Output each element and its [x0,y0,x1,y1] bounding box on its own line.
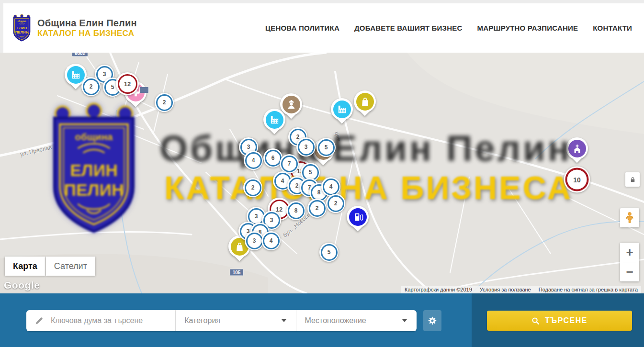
cluster-ring: 3 [298,139,315,156]
cluster-marker[interactable]: 4 [261,231,281,250]
cluster-count: 7 [288,160,291,167]
cluster-ring: 2 [245,179,261,196]
map-attribution: Картографски данни ©2019 Условия за полз… [401,286,641,293]
cluster-marker[interactable]: 2 [326,194,345,213]
cluster-count: 3 [255,213,258,220]
nav-item-pricing[interactable]: ЦЕНОВА ПОЛИТИКА [265,24,339,32]
site-logo[interactable]: община ЕЛИН ПЕЛИН Община Елин Пелин КАТА… [11,14,137,42]
cluster-marker[interactable]: 5 [316,138,336,157]
location-select-value: Местоположение [305,316,366,325]
map-type-map-button[interactable]: Карта [5,257,45,276]
svg-text:ЕЛИН: ЕЛИН [17,26,27,30]
svg-text:община: община [17,20,26,22]
cluster-count: 3 [103,71,106,78]
cluster-count: 5 [328,249,331,256]
street-view-pegman-button[interactable] [620,208,639,227]
cluster-marker[interactable]: 2 [243,178,262,197]
cluster-marker[interactable]: 3 [296,137,316,157]
site-title: Община Елин Пелин [37,18,137,29]
keyword-field[interactable] [26,310,175,331]
search-fields-group: Категория Местоположение [26,310,417,331]
cluster-marker[interactable]: 3 [245,231,264,250]
cluster-count: 3 [253,237,256,244]
cluster-count: 2 [296,134,300,140]
pencil-icon [34,316,44,325]
terms-link[interactable]: Условия за ползване [480,287,531,292]
map-type-satellite-button[interactable]: Сателит [46,257,95,276]
cluster-marker[interactable]: 2 [307,199,327,218]
search-button-label: ТЪРСЕНЕ [545,316,588,325]
cluster-ring: 12 [118,74,137,94]
google-logo[interactable]: Google [4,280,40,291]
cluster-marker[interactable]: 8 [286,201,305,220]
cluster-count: 3 [305,144,308,150]
site-subtitle: КАТАЛОГ НА БИЗНЕСА [37,29,137,38]
cluster-marker[interactable]: 2 [81,77,101,96]
nav-item-bus-schedule[interactable]: МАРШРУТНО РАЗПИСАНИЕ [477,24,578,32]
map-clusters-layer: 3251222353467542784221282333834510 [0,53,644,293]
cluster-ring: 4 [245,152,262,169]
header: община ЕЛИН ПЕЛИН Община Елин Пелин КАТА… [3,3,644,53]
lock-icon [629,176,636,183]
search-icon [531,317,540,325]
report-error-link[interactable]: Подаване на сигнал за грешка в картата [539,287,638,292]
pegman-icon [623,212,636,224]
gear-icon [428,316,437,325]
cluster-ring: 4 [323,179,339,195]
search-bar-section: Категория Местоположение ТЪРСЕНЕ [0,293,644,347]
cluster-ring: 6 [265,150,282,167]
cluster-ring: 2 [83,78,100,95]
cluster-ring: 8 [288,202,305,219]
cluster-count: 3 [247,144,250,150]
cluster-marker[interactable]: 5 [319,243,339,262]
cluster-count: 12 [124,80,131,88]
cluster-count: 5 [111,84,114,90]
cluster-count: 8 [294,207,298,214]
cluster-marker[interactable]: 2 [155,93,174,112]
cluster-marker[interactable]: 12 [116,72,139,95]
map-type-control: Карта Сателит [5,257,95,276]
cluster-ring: 2 [328,195,344,212]
cluster-marker[interactable]: 4 [321,177,340,196]
cluster-marker[interactable]: 4 [244,151,263,170]
cluster-marker[interactable]: 7 [280,154,299,173]
lock-button[interactable] [625,172,640,187]
nav-item-add-business[interactable]: ДОБАВЕТЕ ВАШИЯТ БИЗНЕС [354,24,462,32]
cluster-count: 3 [270,217,273,224]
cluster-count: 4 [270,237,273,244]
category-select-value: Категория [184,316,220,325]
chevron-down-icon [282,319,286,322]
location-select[interactable]: Местоположение [296,310,417,331]
cluster-ring: 5 [318,139,335,156]
advanced-search-button[interactable] [423,310,441,331]
cluster-ring: 4 [263,233,280,249]
cluster-count: 2 [90,83,93,90]
cluster-count: 2 [295,182,299,189]
cluster-count: 2 [316,205,319,212]
zoom-in-button[interactable]: + [620,243,639,262]
zoom-out-button[interactable]: − [620,262,639,281]
svg-text:ПЕЛИН: ПЕЛИН [15,30,29,34]
cluster-count: 8 [317,189,321,196]
nav-item-contacts[interactable]: КОНТАКТИ [593,24,632,32]
cluster-count: 5 [309,169,312,176]
cluster-count: 10 [573,176,581,183]
category-select[interactable]: Категория [176,310,295,331]
cluster-ring: 3 [246,233,263,249]
zoom-control: + − [620,243,639,281]
logo-text: Община Елин Пелин КАТАЛОГ НА БИЗНЕСА [37,18,137,38]
attribution-copyright: Картографски данни ©2019 [405,287,472,292]
google-map[interactable]: ул. Преславбул. „Новоселции600210513 общ… [0,53,644,293]
main-nav: ЦЕНОВА ПОЛИТИКА ДОБАВЕТЕ ВАШИЯТ БИЗНЕС М… [265,24,632,32]
keyword-search-input[interactable] [50,316,175,325]
cluster-marker[interactable]: 10 [564,167,590,193]
cluster-count: 2 [251,184,255,191]
municipality-crest-icon: община ЕЛИН ПЕЛИН [11,14,33,42]
cluster-ring: 2 [309,200,326,217]
cluster-count: 4 [252,157,255,164]
cluster-ring: 7 [281,156,298,172]
cluster-ring: 2 [156,94,173,111]
search-submit-button[interactable]: ТЪРСЕНЕ [487,311,632,331]
cluster-ring: 5 [321,244,338,261]
chevron-down-icon [402,319,407,322]
